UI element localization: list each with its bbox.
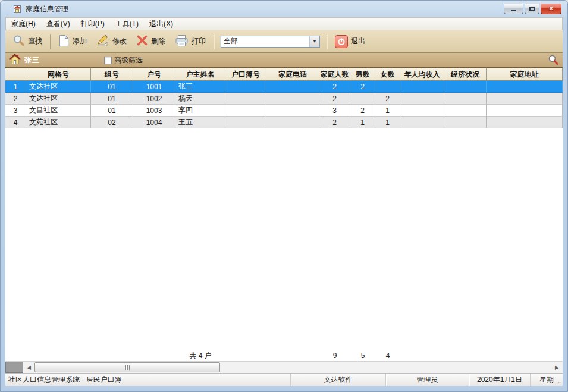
table-cell [266, 93, 319, 105]
table-cell [375, 81, 400, 93]
column-header-12[interactable]: 家庭地址 [487, 68, 563, 81]
table-cell [266, 105, 319, 117]
table-cell: 1 [375, 117, 400, 128]
delete-button[interactable]: 删除 [131, 32, 170, 51]
table-cell [487, 105, 563, 117]
filter-dropdown-value: 全部 [221, 36, 309, 46]
column-header-3[interactable]: 户号 [133, 68, 175, 81]
table-cell: 3 [319, 105, 350, 117]
add-button[interactable]: 添加 [54, 32, 92, 51]
minimize-button[interactable] [504, 4, 523, 14]
print-button[interactable]: 打印 [170, 32, 211, 51]
column-header-2[interactable]: 组号 [91, 68, 133, 81]
column-header-1[interactable]: 网格号 [26, 68, 91, 81]
toolbar-separator [214, 34, 214, 49]
table-cell: 文达社区 [26, 93, 91, 105]
table-row[interactable]: 1文达社区011001张三22 [5, 81, 563, 93]
column-header-0[interactable] [5, 68, 26, 81]
status-date: 2020年1月1日 [469, 374, 531, 386]
filterbar: 张三 高级筛选 [5, 53, 563, 68]
table-cell [444, 81, 487, 93]
scroll-right-arrow-icon[interactable]: ▶ [551, 362, 563, 373]
statusbar: 社区人口信息管理系统 - 居民户口簿文达软件管理员2020年1月1日星期∴ [5, 373, 563, 386]
scrollbar-track[interactable] [220, 362, 551, 373]
table-cell: 02 [91, 117, 133, 128]
table-cell: 2 [5, 93, 26, 105]
search-icon [12, 35, 25, 49]
status-system-name: 社区人口信息管理系统 - 居民户口簿 [5, 374, 291, 386]
table-cell [487, 81, 563, 93]
table-cell: 1002 [133, 93, 175, 105]
print-button-label: 打印 [192, 36, 206, 46]
add-document-icon [58, 35, 70, 49]
total-households-label: 共 4 户 [175, 350, 225, 361]
table-cell [266, 117, 319, 128]
window-controls: ✕ [504, 4, 561, 14]
advanced-filter-checkbox[interactable] [104, 57, 112, 64]
table-cell: 01 [91, 93, 133, 105]
column-header-5[interactable]: 户口簿号 [225, 68, 266, 81]
resize-grip-icon[interactable]: ∴ [558, 380, 562, 385]
scrollbar-corner-box [5, 362, 23, 373]
chevron-down-icon[interactable]: ▼ [309, 36, 319, 47]
table-cell [444, 105, 487, 117]
table-cell [400, 93, 444, 105]
advanced-filter-toggle[interactable]: 高级筛选 [104, 55, 143, 65]
column-header-7[interactable]: 家庭人数 [319, 68, 350, 81]
table-cell: 张三 [175, 81, 225, 93]
close-button[interactable]: ✕ [541, 4, 561, 14]
exit-button-label: 退出 [351, 36, 365, 46]
column-header-8[interactable]: 男数 [350, 68, 375, 81]
table-cell: 1001 [133, 81, 175, 93]
table-cell [400, 81, 444, 93]
menu-item-v[interactable]: 查看(V) [41, 18, 76, 30]
column-header-10[interactable]: 年人均收入 [400, 68, 444, 81]
table-cell: 2 [350, 105, 375, 117]
scroll-left-arrow-icon[interactable]: ◀ [23, 362, 34, 373]
horizontal-scrollbar[interactable]: ◀ ▶ [5, 361, 563, 373]
filter-dropdown[interactable]: 全部 ▼ [221, 36, 320, 48]
family-table: 网格号组号户号户主姓名户口簿号家庭电话家庭人数男数女数年人均收入经济状况家庭地址… [5, 68, 563, 361]
table-cell [400, 105, 444, 117]
table-cell [444, 93, 487, 105]
maximize-button[interactable] [525, 4, 539, 14]
scrollbar-thumb[interactable] [34, 362, 220, 372]
table-cell: 1 [375, 105, 400, 117]
column-header-4[interactable]: 户主姓名 [175, 68, 225, 81]
table-cell: 1 [350, 117, 375, 128]
table-row[interactable]: 4文苑社区021004王五211 [5, 117, 563, 128]
table-header-row: 网格号组号户号户主姓名户口簿号家庭电话家庭人数男数女数年人均收入经济状况家庭地址 [5, 68, 563, 81]
menu-item-t[interactable]: 工具(T) [110, 18, 144, 30]
titlebar[interactable]: 家庭信息管理 ✕ [5, 1, 563, 17]
table-empty-area [5, 128, 563, 350]
close-icon: ✕ [548, 5, 554, 12]
home-icon [9, 54, 21, 67]
table-cell: 文苑社区 [26, 117, 91, 128]
table-cell [400, 117, 444, 128]
table-cell: 4 [5, 117, 26, 128]
edit-button[interactable]: 修改 [92, 32, 131, 51]
toolbar-separator [50, 34, 51, 49]
minimize-icon [511, 10, 516, 11]
menu-item-h[interactable]: 家庭(H) [6, 18, 41, 30]
menu-item-p[interactable]: 打印(P) [76, 18, 110, 30]
menu-item-x[interactable]: 退出(X) [144, 18, 178, 30]
window-title: 家庭信息管理 [26, 4, 68, 14]
find-button-label: 查找 [28, 36, 42, 46]
table-cell [444, 117, 487, 128]
table-row[interactable]: 2文达社区011002杨天22 [5, 93, 563, 105]
table-row[interactable]: 3文昌社区011003李四321 [5, 105, 563, 117]
exit-button[interactable]: 退出 [330, 33, 370, 51]
app-window: 家庭信息管理 ✕ 家庭(H)查看(V)打印(P)工具(T)退出(X) 查找添加修… [0, 0, 568, 392]
column-header-11[interactable]: 经济状况 [444, 68, 487, 81]
toolbar-separator [327, 34, 327, 49]
column-header-9[interactable]: 女数 [375, 68, 400, 81]
search-icon[interactable] [547, 54, 559, 66]
edit-button-label: 修改 [112, 36, 127, 46]
table-cell: 李四 [175, 105, 225, 117]
total-family-count: 9 [319, 350, 350, 361]
column-header-6[interactable]: 家庭电话 [266, 68, 319, 81]
find-button[interactable]: 查找 [8, 32, 47, 51]
table-cell: 王五 [175, 117, 225, 128]
table-cell: 2 [350, 81, 375, 93]
